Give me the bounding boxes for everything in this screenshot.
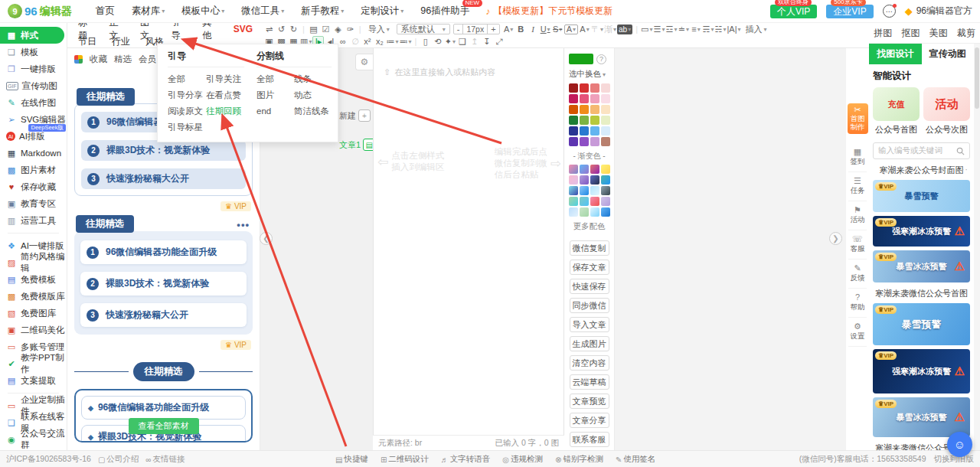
gradient-swatch[interactable] [580, 197, 589, 206]
style-list-item[interactable]: 3快速涨粉秘籍大公开 [80, 303, 247, 327]
gradient-text-icon[interactable]: 渐▾ [604, 24, 616, 34]
action-button[interactable]: 微信复制 [570, 240, 609, 256]
sidebar-item[interactable]: AIAI排版DeepSeek版 [0, 128, 67, 145]
search-input[interactable]: 输入编号或关键词 [873, 142, 970, 159]
gradient-swatch[interactable] [569, 197, 578, 206]
redo-icon[interactable]: ↻ [288, 24, 299, 34]
gradient-swatch[interactable] [569, 165, 578, 174]
subscript-icon[interactable]: x₂ [374, 37, 385, 47]
color-swatch[interactable] [601, 105, 610, 114]
template-thumbnail[interactable]: 强寒潮冰冻预警♛VIP⚠ [873, 349, 970, 394]
style-card-2[interactable]: 往期精选 ••• 196微信编辑器功能全面升级2裸眼3D技术：视觉新体验3快速涨… [74, 231, 253, 335]
article-1-tab[interactable]: 文章1 ▤ [339, 139, 375, 151]
sidebar-item[interactable]: ▨简约风格编辑 [0, 254, 67, 271]
dropdown-item[interactable]: 图片 [256, 87, 294, 103]
style-list-item[interactable]: 196微信编辑器功能全面升级 [80, 240, 247, 264]
announcement[interactable]: ♪ 【模板更新】下元节模板更新 [485, 5, 612, 18]
footer-link[interactable]: ∞友情链接 [145, 454, 185, 465]
nav-item[interactable]: 首页 [87, 5, 123, 18]
smart-design-card[interactable]: 活动公众号次图 [923, 87, 970, 136]
dropdown-item[interactable]: end [256, 103, 294, 119]
gradient-swatch[interactable] [580, 207, 589, 217]
scrollbar-thumb[interactable] [975, 47, 979, 109]
sidebar-item[interactable]: ▦Markdown [0, 145, 67, 162]
style-tab[interactable]: 节日 [70, 35, 104, 48]
import-button[interactable]: 导入▾ [364, 24, 394, 35]
dropdown-item[interactable]: 全部 [256, 71, 294, 87]
message-icon[interactable]: ⋯ [883, 5, 896, 18]
editor-canvas[interactable]: ⇧ 在这里直接输入或粘贴内容 ⇦ 点击左侧样式插入到编辑区 编辑完成后点微信复制… [373, 48, 564, 435]
chat-float-button[interactable]: ☺ [947, 432, 972, 457]
case-icon[interactable]: ab▾ [617, 24, 632, 34]
color-swatch[interactable] [590, 116, 599, 125]
right-scrollbar[interactable] [974, 44, 980, 450]
sidebar-item[interactable]: ▩免费模版库 [0, 288, 67, 305]
gradient-swatch[interactable] [601, 175, 610, 185]
style-card-3[interactable]: ◆96微信编辑器功能全面升级◆裸眼3D技术：视觉新体验 查看全部素材 [74, 389, 253, 443]
underline-icon[interactable]: U▾ [540, 24, 551, 34]
color-swatch[interactable] [580, 83, 589, 93]
nav-item[interactable]: 模板中心▾ [173, 5, 233, 18]
color-swatch[interactable] [569, 105, 578, 114]
template-thumbnail[interactable]: 暴雪冰冻预警♛VIP⚠ [873, 397, 970, 437]
action-button[interactable]: 快速保存 [570, 279, 609, 294]
color-swatch[interactable] [601, 94, 610, 103]
sidebar-item[interactable]: ▣教育专区 [0, 195, 67, 212]
dropdown-item[interactable]: 往期回顾 [206, 103, 244, 119]
nav-item[interactable]: 定制设计▾ [352, 5, 412, 18]
rail-item[interactable]: ⚙设置 [848, 318, 867, 347]
personal-vip-button[interactable]: 个人VIP [770, 5, 817, 18]
gradient-swatch[interactable] [569, 186, 578, 195]
sidebar-item[interactable]: ▦样式 [0, 27, 64, 44]
action-button[interactable]: 清空内容 [570, 355, 609, 371]
sidebar-item[interactable]: ▩图片素材 [0, 162, 67, 178]
italic-icon[interactable]: I [528, 24, 539, 34]
editor-settings-button[interactable]: ⚙ [355, 54, 373, 70]
color-swatch[interactable] [601, 116, 610, 125]
bold-icon[interactable]: B [515, 24, 527, 34]
group-more-button[interactable]: ··· [958, 165, 969, 174]
image-tool-tab[interactable]: 美图 [929, 27, 948, 40]
vertical-text-icon[interactable]: 〒▾ [591, 24, 603, 34]
gradient-swatch[interactable] [601, 165, 610, 174]
color-swatch[interactable] [601, 83, 610, 93]
dropdown-item[interactable]: 阅读原文 [168, 103, 206, 119]
panel-prev-button[interactable]: ❮ [260, 232, 273, 245]
gradient-swatch[interactable] [590, 175, 599, 185]
nav-item[interactable]: 96插件助手NEW [412, 5, 478, 18]
footer-tool[interactable]: ▤快捷键 [335, 454, 368, 465]
color-swatch[interactable] [590, 137, 599, 146]
template-thumbnail[interactable]: 暴雪冰冻预警♛VIP⚠ [873, 250, 970, 282]
action-button[interactable]: 同步微信 [570, 298, 609, 313]
color-swatch[interactable] [590, 126, 599, 136]
image-tool-tab[interactable]: 抠图 [901, 27, 920, 40]
format-list-icon[interactable]: ☵▾ [714, 24, 726, 34]
help-icon[interactable]: ? [596, 54, 606, 64]
dropdown-item[interactable]: 引导关注 [206, 71, 244, 87]
color-swatch[interactable] [569, 126, 578, 136]
gradient-swatch[interactable] [590, 186, 599, 195]
rail-item[interactable]: ✎反馈 [848, 260, 867, 289]
sidebar-item[interactable]: ❏模板 [0, 44, 67, 60]
paste-icon[interactable]: ▯ [420, 37, 431, 47]
brush-icon[interactable]: ✑ [345, 24, 356, 34]
dropdown-item[interactable]: 线条 [294, 71, 332, 87]
border-style-icon[interactable]: ▭▾ [641, 24, 652, 34]
color-swatch[interactable] [569, 116, 578, 125]
export-doc-icon[interactable]: ▤ [308, 24, 319, 34]
color-swatch[interactable] [590, 105, 599, 114]
sidebar-item[interactable]: ❐一键排版 [0, 60, 67, 77]
action-button[interactable]: 云端草稿 [570, 374, 609, 390]
line-height-icon[interactable]: ☲▾ [665, 24, 677, 34]
sidebar-item[interactable]: ▥运营工具 [0, 212, 67, 229]
nav-item[interactable]: 微信工具▾ [233, 5, 292, 18]
tab-find-image-design[interactable]: 找图设计 [869, 44, 922, 64]
color-swatch[interactable] [590, 83, 599, 93]
dropdown-item[interactable]: 在看点赞 [206, 87, 244, 103]
sidebar-item[interactable]: ▣二维码美化 [0, 322, 67, 338]
template-thumbnail[interactable]: 暴雪预警♛VIP [873, 180, 970, 212]
gradient-swatch[interactable] [580, 175, 589, 185]
style-list-item[interactable]: 3快速涨粉秘籍大公开 [81, 168, 246, 189]
color-swatch[interactable] [580, 137, 589, 146]
action-button[interactable]: 导入文章 [570, 317, 609, 332]
